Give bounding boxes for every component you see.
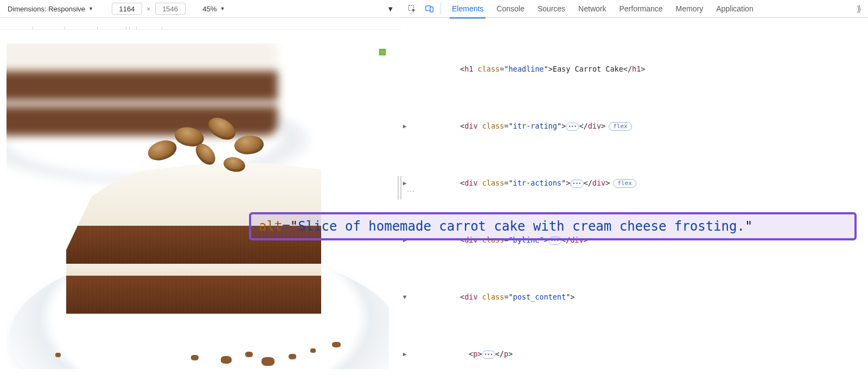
flex-badge[interactable]: flex xyxy=(609,122,632,131)
expand-arrow-icon[interactable]: ▶ xyxy=(401,120,408,132)
dimensions-label: Dimensions: Responsive xyxy=(8,5,85,13)
flex-badge[interactable]: flex xyxy=(613,179,636,188)
zoom-dropdown[interactable]: 45% ▼ xyxy=(200,3,228,15)
tab-sources[interactable]: Sources xyxy=(531,0,572,18)
expand-arrow-icon[interactable]: ▶ xyxy=(401,348,408,360)
dimensions-dropdown[interactable]: Dimensions: Responsive ▼ xyxy=(4,3,97,15)
viewport-width-input[interactable] xyxy=(112,3,142,15)
svg-rect-2 xyxy=(430,7,432,11)
tab-application[interactable]: Application xyxy=(710,0,760,18)
tab-elements[interactable]: Elements xyxy=(445,0,490,18)
zoom-label: 45% xyxy=(203,5,217,13)
overlay-attr-name: alt xyxy=(259,219,282,234)
inspect-element-icon[interactable] xyxy=(405,2,419,16)
responsive-device-bar: Dimensions: Responsive ▼ × 45% ▼ ▼ xyxy=(0,0,401,18)
dom-node-itr-rating[interactable]: ▶<div class="itr-rating">•••</div>flex xyxy=(401,120,868,132)
tab-performance[interactable]: Performance xyxy=(612,0,669,18)
tab-console[interactable]: Console xyxy=(490,0,531,18)
ellipsis-icon[interactable]: ••• xyxy=(570,180,583,188)
ellipsis-icon[interactable]: ••• xyxy=(482,351,495,359)
toggle-device-toolbar-icon[interactable] xyxy=(422,2,436,16)
chevron-down-icon: ▼ xyxy=(220,6,225,11)
pane-splitter[interactable] xyxy=(397,0,401,375)
overlay-attr-value: Slice of homemade carrot cake with cream… xyxy=(298,219,745,234)
dom-node-p[interactable]: ▶<p>•••</p> xyxy=(401,348,868,360)
dom-node-post-content[interactable]: ▼<div class="post_content"> xyxy=(401,291,868,303)
chevron-down-icon: ▼ xyxy=(88,6,93,11)
ruler xyxy=(0,18,401,30)
collapse-arrow-icon[interactable]: ▼ xyxy=(401,291,408,303)
dom-node-itr-actions[interactable]: ▶<div class="itr-actions">•••</div>flex xyxy=(401,177,868,189)
tab-memory[interactable]: Memory xyxy=(669,0,710,18)
device-options-dropdown[interactable]: ▼ xyxy=(384,3,397,15)
page-viewport xyxy=(7,43,389,369)
elements-dom-tree[interactable]: <h1 class="headline">Easy Carrot Cake</h… xyxy=(401,18,868,375)
tabs-overflow-icon[interactable]: ⟫ xyxy=(853,4,865,14)
dom-node-h1[interactable]: <h1 class="headline">Easy Carrot Cake</h… xyxy=(401,63,868,75)
devtools-tabs: Elements Console Sources Network Perform… xyxy=(445,0,760,18)
node-context-ellipsis-icon[interactable]: … xyxy=(406,183,417,194)
alt-attribute-highlight-overlay: alt="Slice of homemade carrot cake with … xyxy=(249,212,857,240)
chevron-down-icon: ▼ xyxy=(387,5,394,13)
dimension-inputs: × xyxy=(112,3,186,15)
viewport-marker-icon xyxy=(379,49,386,55)
viewport-height-input[interactable] xyxy=(155,3,186,15)
pecans-image xyxy=(142,109,283,185)
dimension-separator: × xyxy=(146,5,151,13)
tab-network[interactable]: Network xyxy=(572,0,612,18)
ellipsis-icon[interactable]: ••• xyxy=(566,123,579,131)
devtools-toolbar: Elements Console Sources Network Perform… xyxy=(401,0,868,18)
